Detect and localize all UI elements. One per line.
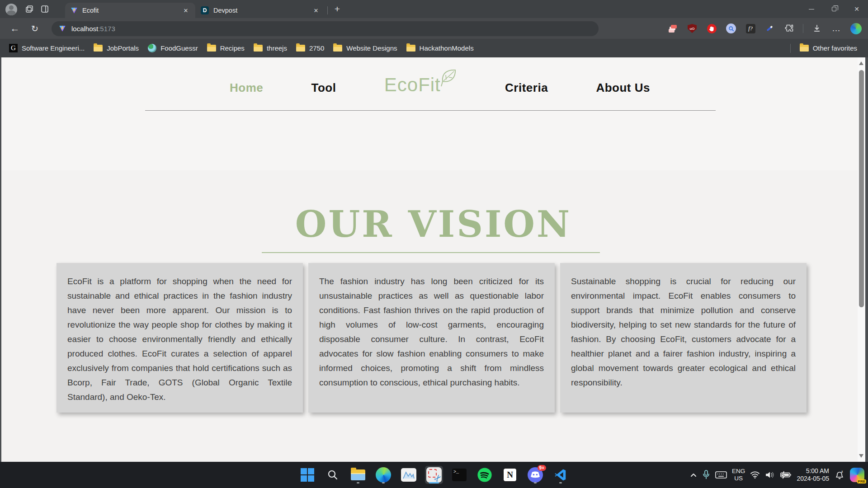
vscode-icon [554,468,567,482]
wifi-icon[interactable] [750,471,760,479]
copilot-preview-icon[interactable]: PRE [850,468,864,482]
notion[interactable]: N [501,466,519,484]
file-explorer-icon [351,469,365,480]
microsoft-edge[interactable] [374,466,392,484]
search-icon [327,469,339,481]
url-port: :5173 [98,25,115,33]
tab-actions-icon[interactable] [37,1,52,17]
devpost-favicon: D [201,6,209,14]
folder-icon [254,45,263,52]
clock[interactable]: 5:00 AM 2024-05-05 [797,467,829,483]
discord-notification-badge: 9+ [538,465,546,471]
new-tab-button[interactable]: + [330,2,344,16]
bookmark-hackathonmodels[interactable]: HackathonModels [402,42,478,54]
bookmark-label: Software Engineeri... [22,44,85,52]
bookmark-recipes[interactable]: Recipes [203,42,249,54]
ecofit-logo[interactable]: EcoFit [384,74,457,96]
discord[interactable]: 9+ [526,466,544,484]
tab-close-icon[interactable]: ✕ [311,5,321,15]
photos-icon [401,468,416,482]
vertical-scrollbar[interactable] [858,57,865,462]
bookmark-threejs[interactable]: threejs [249,42,292,54]
discord-icon: 9+ [528,467,543,483]
folder-icon [406,45,415,52]
nav-home[interactable]: Home [230,81,263,95]
minimize-button[interactable] [800,0,823,18]
leaf-icon [440,69,457,87]
snipping-tool[interactable] [425,466,443,484]
svg-text:z: z [841,470,843,473]
tab-label: Ecofit [82,7,181,14]
tray-chevron-up-icon[interactable] [690,472,697,478]
search-extension-icon[interactable] [725,23,737,34]
tab-divider [327,6,328,14]
scroll-up-arrow[interactable] [859,61,863,65]
other-favorites[interactable]: Other favorites [795,42,862,54]
tab-ecofit[interactable]: Ecofit ✕ [65,3,195,18]
browser-toolbar: ← ↻ localhost:5173 uO f? … [0,18,868,39]
page-title: OUR VISION [1,203,865,245]
nav-tool[interactable]: Tool [311,81,336,95]
system-tray: ENG US 5:00 AM 2024-05-05 z PRE [690,462,864,488]
windows-logo-icon [301,468,314,482]
other-favorites-label: Other favorites [813,44,857,52]
scrollbar-thumb[interactable] [859,70,864,307]
start-button[interactable] [298,466,316,484]
fontquery-extension-icon[interactable]: f? [745,23,756,34]
vscode[interactable] [552,466,570,484]
bookmark-website-designs[interactable]: Website Designs [329,42,401,54]
copilot-pre-badge: PRE [857,479,866,483]
extension-tabs-icon[interactable] [667,23,679,34]
address-bar[interactable]: localhost:5173 [52,21,599,36]
microphone-icon[interactable] [702,470,710,480]
toolbar-divider [803,24,803,33]
extensions-puzzle-icon[interactable] [783,23,795,34]
battery-charging-icon[interactable] [780,471,792,479]
taskbar-search[interactable] [324,466,342,484]
bookmark-label: FoodGuessr [160,44,198,52]
color-picker-icon[interactable] [764,23,776,34]
volume-icon[interactable] [765,471,775,479]
nav-about-us[interactable]: About Us [596,81,650,95]
vision-cards: EcoFit is a platform for shopping when t… [57,263,807,413]
downloads-icon[interactable] [811,23,823,34]
windows-taskbar: >_ N 9+ ENG US 5:00 AM 2024-05-05 z [0,462,868,488]
folder-icon [94,45,103,52]
photos-app[interactable] [400,466,418,484]
terminal-app[interactable]: >_ [450,466,468,484]
edge-icon [376,467,391,483]
page-viewport: Home Tool EcoFit Criteria About Us OUR V… [0,57,868,462]
reload-icon[interactable]: ↻ [28,23,42,34]
scroll-down-arrow[interactable] [859,454,863,458]
bookmark-jobportals[interactable]: JobPortals [89,42,143,54]
language-indicator[interactable]: ENG US [732,468,745,482]
workspaces-icon[interactable] [22,1,37,17]
touch-keyboard-icon[interactable] [715,471,727,479]
spotify[interactable] [476,466,494,484]
file-explorer[interactable] [349,466,367,484]
snipping-tool-icon [426,467,442,483]
bookmark-label: threejs [267,44,287,52]
folder-icon [333,45,342,52]
globe-icon [148,44,156,52]
notification-bell-dnd-icon[interactable]: z [834,470,845,480]
folder-icon [207,45,216,52]
bookmark-foodguessr[interactable]: FoodGuessr [143,42,203,55]
close-button[interactable]: ✕ [845,0,868,18]
ublock-origin-icon[interactable]: uO [686,23,698,34]
profile-avatar[interactable] [5,4,17,15]
tab-devpost[interactable]: D Devpost ✕ [195,3,326,18]
bookmark-2750[interactable]: 2750 [292,42,329,54]
more-options-icon[interactable]: … [830,23,842,34]
back-icon[interactable]: ← [8,23,22,34]
tab-close-icon[interactable]: ✕ [181,5,191,15]
card-text: Sustainable shopping is crucial for redu… [571,274,796,390]
adblock-icon[interactable] [706,23,717,34]
bookmark-software-engineering[interactable]: G Software Engineeri... [5,42,89,55]
restore-button[interactable] [823,0,845,18]
copilot-icon[interactable] [850,23,862,34]
browser-tab-strip: Ecofit ✕ D Devpost ✕ + ✕ [0,0,868,18]
url-host: localhost [71,25,98,33]
nav-criteria[interactable]: Criteria [505,81,548,95]
g-favicon: G [9,44,18,52]
